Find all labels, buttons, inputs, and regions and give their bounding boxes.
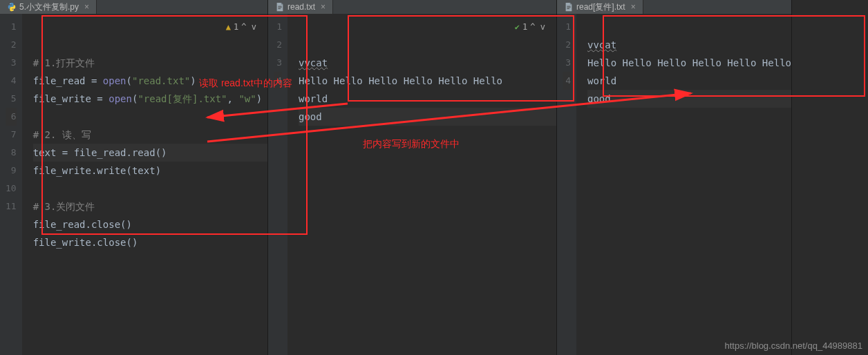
line-gutter: 1 2 3 4 xyxy=(268,14,287,355)
close-icon[interactable]: × xyxy=(321,2,326,12)
code-text: world xyxy=(299,90,556,108)
editor-area[interactable]: 1 2 3 4 5 6 7 8 9 10 11 ▲ 1 ^ v # 1.打开文件… xyxy=(0,14,267,355)
tab-label: read.txt xyxy=(287,2,315,12)
info-count: 1 xyxy=(522,18,527,36)
tab-text-file[interactable]: read.txt × xyxy=(268,0,333,14)
code-text: world xyxy=(587,72,791,90)
line-num: 1 xyxy=(6,18,17,36)
check-icon: ✔ xyxy=(515,18,520,36)
editor-pane-2: read.txt × 1 2 3 4 ✔ 1 ^ v vvcatHello He… xyxy=(268,0,557,355)
svg-point-1 xyxy=(13,10,14,10)
python-icon xyxy=(7,2,17,12)
code-text xyxy=(33,180,267,198)
tabbar: 5.小文件复制.py × xyxy=(0,0,267,14)
code-text: ) xyxy=(190,75,196,86)
line-num: 3 xyxy=(6,54,17,72)
code-text: # 1.打开文件 xyxy=(33,57,95,68)
code-text: text = file_read.read() xyxy=(33,144,267,162)
line-num: 9 xyxy=(6,162,17,180)
code-text: "w" xyxy=(238,93,256,104)
warn-count: 1 xyxy=(234,18,238,36)
line-num: 2 xyxy=(274,36,282,54)
inspection-status[interactable]: ▲ 1 ^ v xyxy=(226,18,256,36)
close-icon[interactable]: × xyxy=(631,2,636,12)
line-num: 2 xyxy=(6,36,17,54)
code-text: good xyxy=(587,90,791,108)
line-num: 2 xyxy=(563,36,571,54)
inspection-status[interactable]: ✔ 1 ^ v xyxy=(515,18,545,36)
tabbar: read[复件].txt × xyxy=(557,0,791,14)
line-num: 11 xyxy=(6,198,17,215)
tab-text-file-copy[interactable]: read[复件].txt × xyxy=(557,0,643,14)
code-text: "read[复件].txt" xyxy=(138,93,227,104)
editor-pane-1: 5.小文件复制.py × 1 2 3 4 5 6 7 8 9 10 11 ▲ 1… xyxy=(0,0,268,355)
nav-arrows[interactable]: ^ v xyxy=(530,18,545,36)
code-text: file_read = xyxy=(33,75,103,86)
line-num: 1 xyxy=(274,18,282,36)
code-text: Hello Hello Hello Hello Hello Hello xyxy=(587,54,791,72)
tab-label: read[复件].txt xyxy=(576,1,625,13)
nav-arrows[interactable]: ^ v xyxy=(241,18,256,36)
line-num: 5 xyxy=(6,90,17,108)
tab-label: 5.小文件复制.py xyxy=(19,1,79,13)
code-text: file_read.close() xyxy=(33,215,267,233)
code-text: vvcat xyxy=(587,39,616,50)
line-num: 1 xyxy=(563,18,571,36)
editor-area[interactable]: 1 2 3 4 vvcatHello Hello Hello Hello Hel… xyxy=(557,14,791,355)
code-text: ( xyxy=(126,75,132,86)
code-text: open xyxy=(103,75,126,86)
file-icon xyxy=(275,2,285,12)
line-gutter: 1 2 3 4 5 6 7 8 9 10 11 xyxy=(0,14,22,355)
code-text: open xyxy=(108,93,132,104)
code-body[interactable]: ✔ 1 ^ v vvcatHello Hello Hello Hello Hel… xyxy=(287,14,556,355)
line-num: 3 xyxy=(274,54,282,72)
code-text: file_write = xyxy=(33,93,109,104)
line-num: 4 xyxy=(6,72,17,90)
code-text: vvcat xyxy=(299,57,328,68)
line-num: 4 xyxy=(274,72,282,90)
code-text: file_write.write(text) xyxy=(33,162,267,180)
code-body[interactable]: vvcatHello Hello Hello Hello Hello Hello… xyxy=(576,14,791,355)
svg-point-0 xyxy=(10,3,10,4)
code-text: file_write.close() xyxy=(33,233,267,251)
code-body[interactable]: ▲ 1 ^ v # 1.打开文件file_read = open("read.t… xyxy=(22,14,267,355)
tab-python-file[interactable]: 5.小文件复制.py × xyxy=(0,0,97,14)
code-text: ) xyxy=(256,93,262,104)
editor-area[interactable]: 1 2 3 4 ✔ 1 ^ v vvcatHello Hello Hello H… xyxy=(268,14,556,355)
line-num: 4 xyxy=(563,72,571,90)
code-text: "read.txt" xyxy=(132,75,190,86)
code-text: Hello Hello Hello Hello Hello Hello xyxy=(299,72,556,90)
code-text: , xyxy=(227,93,239,104)
editor-pane-3: read[复件].txt × 1 2 3 4 vvcatHello Hello … xyxy=(557,0,792,355)
warning-icon: ▲ xyxy=(226,18,231,36)
close-icon[interactable]: × xyxy=(84,2,89,12)
line-num: 10 xyxy=(6,180,17,198)
code-text: good xyxy=(299,108,556,126)
file-icon xyxy=(564,2,574,12)
line-gutter: 1 2 3 4 xyxy=(557,14,576,355)
line-num: 3 xyxy=(563,54,571,72)
line-num: 6 xyxy=(6,108,17,126)
code-text: # 3.关闭文件 xyxy=(33,201,95,212)
code-text: # 2. 读、写 xyxy=(33,129,91,140)
code-text xyxy=(33,108,267,126)
line-num: 7 xyxy=(6,126,17,144)
watermark: https://blog.csdn.net/qq_44989881 xyxy=(725,340,863,351)
tabbar: read.txt × xyxy=(268,0,556,14)
line-num: 8 xyxy=(6,144,17,162)
